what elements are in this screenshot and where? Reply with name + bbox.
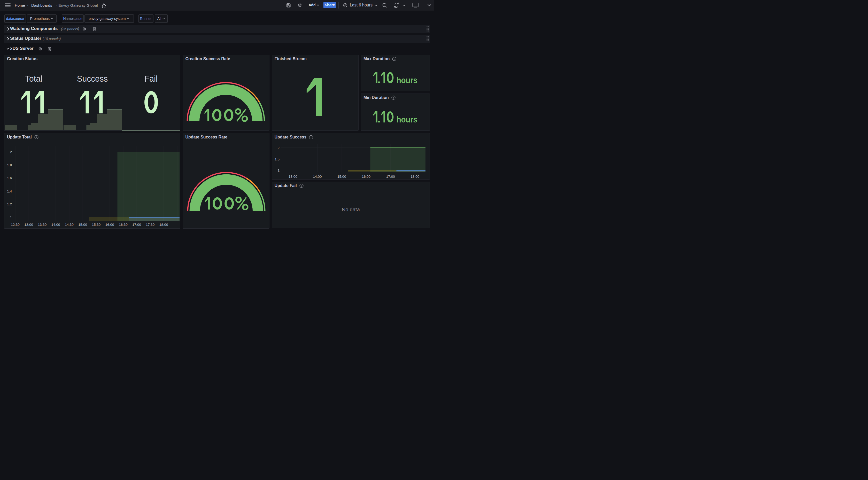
svg-text:16:00: 16:00 (105, 223, 114, 227)
svg-text:14:30: 14:30 (65, 223, 74, 227)
svg-text:15:00: 15:00 (337, 175, 346, 179)
svg-text:1: 1 (277, 168, 280, 172)
svg-text:15:30: 15:30 (92, 223, 101, 227)
svg-text:16:00: 16:00 (362, 175, 370, 179)
svg-text:17:00: 17:00 (386, 175, 395, 179)
svg-text:13:00: 13:00 (288, 175, 297, 179)
svg-text:14:00: 14:00 (313, 175, 322, 179)
svg-text:18:00: 18:00 (410, 175, 419, 179)
svg-text:1.6: 1.6 (7, 176, 12, 180)
svg-text:18:00: 18:00 (159, 223, 168, 227)
svg-text:17:00: 17:00 (132, 223, 141, 227)
svg-text:2: 2 (277, 146, 280, 150)
svg-text:1.2: 1.2 (7, 202, 12, 206)
svg-text:2: 2 (10, 150, 12, 154)
svg-text:16:30: 16:30 (119, 223, 128, 227)
svg-text:12:30: 12:30 (11, 223, 20, 227)
svg-text:17:30: 17:30 (146, 223, 155, 227)
svg-text:1.5: 1.5 (275, 157, 280, 161)
svg-text:13:30: 13:30 (38, 223, 47, 227)
svg-text:13:00: 13:00 (24, 223, 33, 227)
svg-text:15:00: 15:00 (78, 223, 87, 227)
svg-text:1: 1 (10, 215, 12, 219)
svg-text:1.4: 1.4 (7, 189, 12, 193)
svg-text:1.8: 1.8 (7, 163, 12, 167)
svg-text:14:00: 14:00 (52, 223, 60, 227)
